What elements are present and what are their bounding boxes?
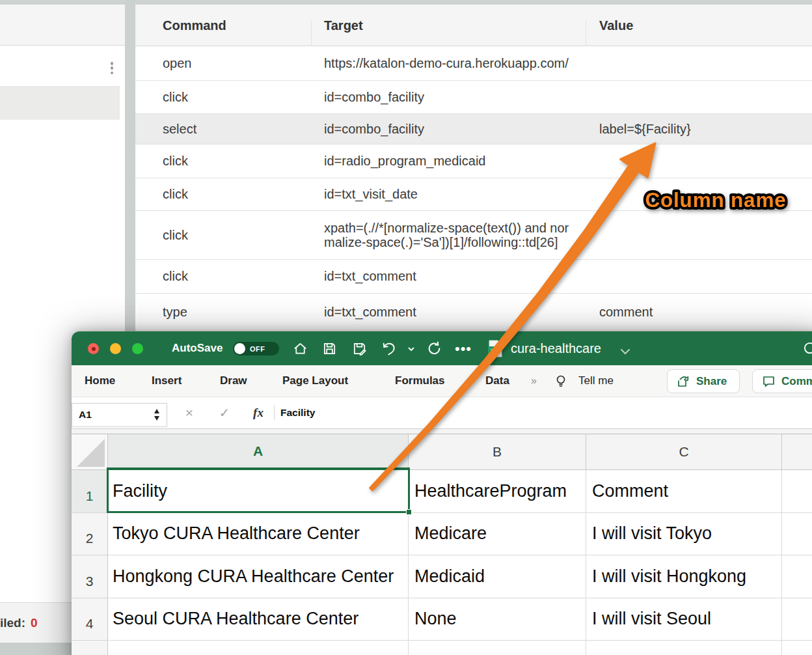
cell-target: id=radio_program_medicaid — [324, 154, 485, 169]
header-separator — [586, 20, 586, 46]
table-row[interactable]: click id=radio_program_medicaid — [135, 145, 812, 178]
column-headers: A B C — [72, 434, 812, 470]
autosave-toggle[interactable]: OFF — [233, 342, 279, 355]
screenshot: iled: 0 Command Target Value open https:… — [0, 0, 812, 655]
cell-D4[interactable] — [782, 598, 812, 641]
cancel-icon[interactable]: × — [181, 397, 198, 428]
formula-bar-input[interactable]: Facility — [280, 397, 315, 428]
row-header-4[interactable]: 4 — [72, 598, 108, 641]
cell-B1[interactable]: HealthcareProgram — [409, 470, 586, 513]
name-box-spinner[interactable] — [154, 406, 161, 423]
share-icon — [677, 374, 690, 388]
cell-value: label=${Facility} — [599, 122, 691, 137]
sheet-row: 3 Hongkong CURA Healthcare Center Medica… — [72, 555, 812, 598]
row-header-5[interactable] — [72, 641, 108, 655]
cell-C5[interactable] — [586, 641, 782, 655]
comments-button[interactable]: Comments — [752, 369, 812, 393]
undo-dropdown-icon[interactable] — [407, 344, 416, 354]
cell-B4[interactable]: None — [409, 598, 586, 641]
cell-D5[interactable] — [782, 641, 812, 655]
select-all-corner[interactable] — [72, 434, 108, 470]
enter-icon[interactable]: ✓ — [216, 397, 233, 428]
home-icon[interactable] — [293, 341, 308, 356]
cell-value: comment — [599, 305, 653, 320]
cell-D2[interactable] — [782, 513, 812, 556]
cell-C4[interactable]: I will visit Seoul — [586, 598, 782, 641]
title-chevron-icon[interactable] — [620, 346, 630, 352]
excel-titlebar[interactable]: AutoSave OFF ••• — [72, 331, 812, 365]
failed-label: iled: — [0, 616, 25, 630]
table-row[interactable]: click id=combo_facility — [135, 81, 812, 114]
tab-formulas[interactable]: Formulas — [395, 365, 445, 397]
toggle-knob — [234, 343, 245, 354]
column-header-c[interactable]: C — [586, 434, 782, 470]
sheet-row: 4 Seoul CURA Healthcare Center None I wi… — [72, 598, 812, 641]
table-row-selected[interactable]: select id=combo_facility label=${Facilit… — [135, 114, 812, 145]
cell-A4[interactable]: Seoul CURA Healthcare Center — [108, 598, 409, 641]
document-title[interactable]: cura-healthcare — [511, 331, 601, 365]
cell-D1[interactable] — [782, 470, 812, 513]
formula-bar-separator — [274, 405, 275, 421]
formula-bar: A1 × ✓ fx Facility — [72, 397, 812, 429]
workbook-file-icon: x — [488, 340, 503, 357]
cell-B3[interactable]: Medicaid — [409, 555, 586, 598]
cell-C2[interactable]: I will visit Tokyo — [586, 513, 782, 556]
more-commands-icon[interactable]: ••• — [455, 341, 472, 357]
minimize-button[interactable] — [110, 343, 121, 354]
sidebar-header — [0, 5, 125, 46]
tab-data[interactable]: Data — [485, 365, 509, 397]
insert-function-icon[interactable]: fx — [249, 397, 268, 428]
name-box[interactable]: A1 — [72, 403, 167, 427]
tab-page-layout[interactable]: Page Layout — [282, 365, 348, 397]
table-row[interactable]: click id=txt_comment — [135, 260, 812, 294]
cell-command: click — [163, 269, 188, 284]
tell-me-label[interactable]: Tell me — [578, 365, 614, 397]
comments-label: Comments — [781, 375, 812, 388]
tab-home[interactable]: Home — [85, 365, 115, 397]
close-button[interactable] — [88, 343, 99, 354]
redo-icon[interactable] — [427, 341, 442, 356]
share-button[interactable]: Share — [667, 369, 740, 393]
cell-command: open — [163, 56, 192, 71]
kebab-menu-icon[interactable] — [110, 62, 114, 74]
cell-command: click — [163, 228, 188, 243]
cell-C3[interactable]: I will visit Hongkong — [586, 555, 782, 598]
cell-target: id=txt_comment — [324, 269, 416, 284]
table-row[interactable]: click id=txt_visit_date — [135, 178, 812, 211]
save-icon[interactable] — [322, 341, 337, 356]
test-case-item-selected[interactable] — [0, 86, 120, 120]
table-row[interactable]: click xpath=(.//*[normalize-space(text()… — [135, 211, 812, 260]
search-icon[interactable] — [803, 341, 812, 356]
column-header-target: Target — [324, 5, 363, 46]
cell-target: https://katalon-demo-cura.herokuapp.com/ — [324, 56, 569, 71]
cell-A5[interactable] — [108, 641, 409, 655]
cell-A1[interactable]: Facility — [108, 470, 409, 513]
column-header-a[interactable]: A — [108, 434, 409, 470]
tab-draw[interactable]: Draw — [220, 365, 247, 397]
table-row[interactable]: type id=txt_comment comment — [135, 294, 812, 331]
row-header-1[interactable]: 1 — [72, 470, 108, 513]
svg-text:x: x — [491, 347, 494, 354]
cell-A2[interactable]: Tokyo CURA Healthcare Center — [108, 513, 409, 556]
row-header-3[interactable]: 3 — [72, 555, 108, 598]
undo-icon[interactable] — [381, 341, 396, 356]
test-case-item[interactable] — [0, 46, 125, 86]
cell-D3[interactable] — [782, 555, 812, 598]
tab-insert[interactable]: Insert — [152, 365, 182, 397]
column-header-d[interactable] — [782, 434, 812, 470]
cell-B5[interactable] — [409, 641, 586, 655]
cell-B2[interactable]: Medicare — [409, 513, 586, 556]
cell-command: click — [163, 154, 188, 169]
select-all-triangle-icon — [77, 439, 105, 467]
sheet-row — [72, 641, 812, 655]
cell-C1[interactable]: Comment — [586, 470, 782, 513]
cell-A3[interactable]: Hongkong CURA Healthcare Center — [108, 555, 409, 598]
ribbon-overflow-icon[interactable]: » — [531, 365, 535, 397]
column-header-b[interactable]: B — [409, 434, 586, 470]
row-header-2[interactable]: 2 — [72, 513, 108, 556]
cell-target: id=txt_visit_date — [324, 187, 418, 202]
table-row[interactable]: open https://katalon-demo-cura.herokuapp… — [135, 46, 812, 81]
zoom-button[interactable] — [132, 343, 143, 354]
save-as-icon[interactable] — [352, 341, 367, 356]
sidebar-splitter[interactable] — [125, 0, 135, 365]
